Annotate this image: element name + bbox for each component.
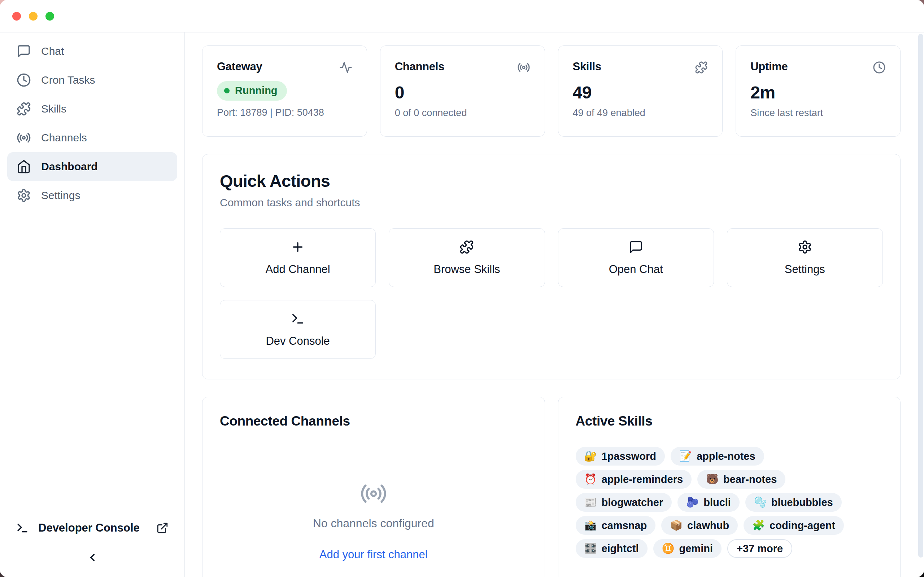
sidebar-item-channels[interactable]: Channels [7, 123, 177, 152]
radio-icon [16, 131, 31, 145]
add-first-channel-link[interactable]: Add your first channel [320, 548, 428, 561]
status-dot [224, 88, 229, 93]
skill-name: apple-notes [696, 450, 756, 462]
stats-grid: GatewayRunningPort: 18789 | PID: 50438Ch… [202, 45, 901, 137]
puzzle-icon [459, 240, 474, 254]
skill-emoji: 🔐 [584, 451, 597, 461]
channels-empty-state: No channels configured Add your first ch… [220, 480, 527, 561]
skill-emoji: 🫐 [686, 497, 699, 508]
skill-badge-apple-reminders: ⏰apple-reminders [576, 470, 692, 488]
skill-name: apple-reminders [601, 474, 683, 485]
skill-emoji: 📰 [584, 497, 597, 508]
sidebar-item-settings[interactable]: Settings [7, 181, 177, 210]
app-body: ChatCron TasksSkillsChannelsDashboardSet… [0, 32, 924, 577]
message-square-icon [629, 240, 643, 254]
skill-emoji: 🎛️ [584, 543, 597, 554]
stat-card-channels: Channels00 of 0 connected [380, 45, 545, 137]
skill-emoji: ⏰ [584, 474, 597, 484]
skill-emoji: 📸 [584, 521, 597, 530]
radio-icon [517, 61, 530, 74]
sidebar-item-label: Chat [41, 45, 64, 57]
clock-icon [873, 61, 886, 74]
close-button[interactable] [12, 12, 21, 21]
active-skills-card: Active Skills 🔐1password📝apple-notes⏰app… [558, 397, 901, 577]
skill-name: blogwatcher [601, 496, 663, 508]
quick-action-open-chat[interactable]: Open Chat [558, 228, 714, 287]
gear-icon [798, 240, 812, 254]
stat-title: Skills [573, 60, 601, 73]
skill-badge-camsnap: 📸camsnap [576, 516, 656, 535]
sidebar-item-label: Skills [41, 103, 66, 115]
stat-card-gateway: GatewayRunningPort: 18789 | PID: 50438 [202, 45, 367, 137]
skill-badge-coding-agent: 🧩coding-agent [743, 516, 844, 535]
skill-badge-bear-notes: 🐻bear-notes [697, 470, 785, 488]
sidebar-item-dashboard[interactable]: Dashboard [7, 152, 177, 181]
skill-name: camsnap [601, 520, 647, 532]
sidebar-item-skills[interactable]: Skills [7, 95, 177, 123]
skill-emoji: 🫧 [754, 497, 767, 508]
stat-value: 2m [750, 82, 886, 102]
skill-badge-apple-notes: 📝apple-notes [670, 447, 764, 466]
stat-subtext: Port: 18789 | PID: 50438 [217, 107, 352, 118]
stat-subtext: 0 of 0 connected [395, 108, 530, 119]
plus-icon [291, 240, 305, 254]
quick-actions-panel: Quick Actions Common tasks and shortcuts… [202, 154, 901, 379]
skill-emoji: ♊️ [662, 543, 675, 554]
sidebar-item-label: Settings [41, 189, 80, 201]
stat-title: Channels [395, 60, 444, 73]
skill-name: gemini [679, 543, 713, 554]
main-content: GatewayRunningPort: 18789 | PID: 50438Ch… [185, 32, 924, 577]
skill-name: coding-agent [769, 520, 835, 532]
stat-title: Gateway [217, 60, 262, 73]
active-skills-title: Active Skills [576, 414, 883, 429]
skill-name: 1password [601, 450, 656, 462]
vertical-scrollbar-thumb[interactable] [918, 34, 923, 558]
sidebar-nav: ChatCron TasksSkillsChannelsDashboardSet… [0, 32, 184, 210]
bottom-sections: Connected Channels No channels configure… [202, 397, 901, 577]
skill-name: blucli [703, 496, 731, 508]
sidebar-item-chat[interactable]: Chat [7, 37, 177, 66]
stat-card-skills: Skills4949 of 49 enabled [558, 45, 723, 137]
quick-actions-subtitle: Common tasks and shortcuts [220, 197, 883, 209]
zoom-button[interactable] [45, 12, 54, 21]
connected-channels-card: Connected Channels No channels configure… [202, 397, 545, 577]
developer-console-label: Developer Console [38, 521, 140, 534]
skills-more-badge[interactable]: +37 more [727, 539, 792, 558]
gear-icon [16, 188, 31, 203]
sidebar-collapse-button[interactable] [82, 548, 102, 567]
skill-name: bluebubbles [771, 496, 833, 508]
quick-action-label: Add Channel [266, 263, 330, 276]
radio-icon [360, 480, 387, 508]
external-link-icon [156, 522, 168, 534]
quick-actions-title: Quick Actions [220, 171, 883, 191]
quick-action-label: Settings [785, 263, 825, 276]
skill-badge-blucli: 🫐blucli [677, 493, 740, 512]
quick-action-dev-console[interactable]: Dev Console [220, 300, 376, 359]
quick-action-settings[interactable]: Settings [727, 228, 883, 287]
stat-value: 0 [395, 82, 530, 102]
sidebar-item-label: Channels [41, 132, 87, 144]
sidebar-item-label: Cron Tasks [41, 74, 95, 86]
skill-emoji: 🧩 [752, 521, 765, 530]
skill-name: bear-notes [723, 474, 777, 485]
status-label: Running [235, 85, 278, 97]
stat-subtext: Since last restart [750, 108, 886, 119]
app-window: ChatCron TasksSkillsChannelsDashboardSet… [0, 0, 924, 577]
quick-action-label: Open Chat [609, 263, 663, 276]
developer-console-button[interactable]: Developer Console [16, 518, 168, 548]
skill-badge-blogwatcher: 📰blogwatcher [576, 493, 672, 512]
message-square-icon [16, 44, 31, 58]
skill-badge-bluebubbles: 🫧bluebubbles [745, 493, 842, 512]
sidebar-item-cron-tasks[interactable]: Cron Tasks [7, 66, 177, 95]
stat-title: Uptime [750, 60, 788, 73]
skill-name: eightctl [601, 543, 638, 554]
terminal-icon [16, 521, 29, 534]
stat-card-uptime: Uptime2mSince last restart [736, 45, 901, 137]
skill-badge-1password: 🔐1password [576, 447, 665, 466]
minimize-button[interactable] [29, 12, 37, 21]
quick-action-add-channel[interactable]: Add Channel [220, 228, 376, 287]
radio-icon [360, 480, 387, 508]
connected-channels-title: Connected Channels [220, 414, 527, 429]
quick-action-browse-skills[interactable]: Browse Skills [389, 228, 544, 287]
skill-badge-clawhub: 📦clawhub [661, 516, 738, 535]
